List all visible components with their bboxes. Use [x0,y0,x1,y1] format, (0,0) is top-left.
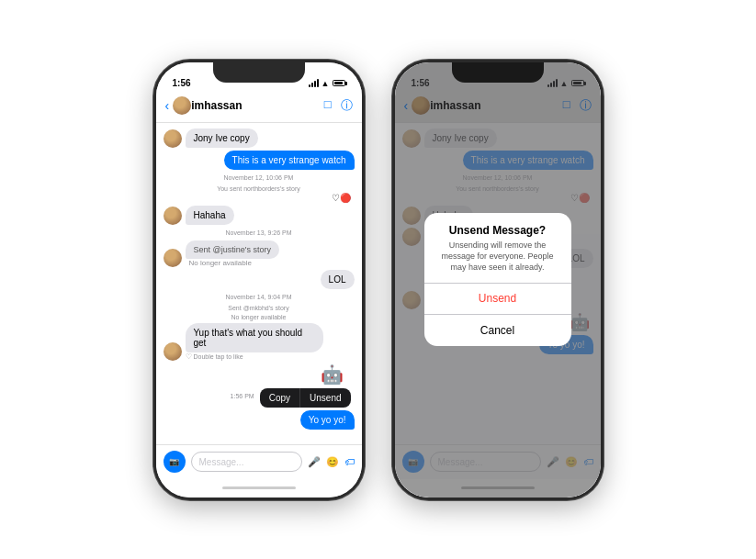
unsend-modal: Unsend Message? Unsending will remove th… [424,213,571,345]
bubble-yoyo: Yo yo yo! [300,410,355,430]
bubble-story-1: Sent @justine's story [186,240,279,259]
lego-emoji: 🤖 [321,363,351,386]
modal-subtitle: Unsending will remove the message for ev… [424,240,571,282]
phone-1: 1:56 ▲ ‹ imhassa [153,60,365,500]
msg-avatar-4 [164,249,182,267]
bubble-received-1: Jony Ive copy [186,129,258,148]
story-sent-1: You sent northborders's story [164,185,355,192]
camera-icon: 📷 [169,457,179,466]
message-row-yoyo: Yo yo yo! [164,410,355,430]
message-input-1[interactable]: Message... [191,452,302,472]
phone-2: 1:56 ▲ ‹ imhassa [392,60,604,500]
reaction-1: ♡🔴 [164,193,351,203]
info-icon[interactable]: ⓘ [341,97,353,114]
sub-text-1: No longer available [189,259,279,267]
timestamp-3: November 14, 9:04 PM [164,294,355,300]
scene: 1:56 ▲ ‹ imhassa [0,0,756,559]
sticker-icon[interactable]: 🏷 [344,456,355,468]
messages-area-1: Jony Ive copy This is a very strange wat… [156,123,362,444]
message-row-yup: Yup that's what you should get ♡ Double … [164,323,355,361]
msg-avatar-3 [164,207,182,225]
wifi-icon: ▲ [322,79,330,88]
double-tap-label: ♡ Double tap to like [186,352,323,361]
no-longer-1: No longer available [164,314,355,320]
context-time: 1:56 PM [231,393,254,399]
bubble-lol: LOL [321,270,355,289]
video-icon[interactable]: □ [324,97,332,114]
back-button-1[interactable]: ‹ [165,98,170,113]
notch-1 [213,62,305,83]
mic-icon[interactable]: 🎤 [308,456,321,468]
msg-avatar-1 [164,129,182,148]
signal-icon [309,79,319,87]
message-row-1: Jony Ive copy [164,129,355,148]
home-indicator-1 [156,479,362,498]
modal-overlay: Unsend Message? Unsending will remove th… [395,62,601,498]
modal-title: Unsend Message? [424,213,571,240]
emoji-icon[interactable]: 😊 [326,456,339,468]
story-row-1: Sent @justine's story No longer availabl… [164,240,355,267]
input-icons-1: 🎤 😊 🏷 [308,456,355,468]
status-time-1: 1:56 [173,78,191,88]
camera-button-1[interactable]: 📷 [164,451,186,473]
msg-avatar-5 [164,342,182,361]
message-row-3: Hahaha [164,206,355,225]
copy-button[interactable]: Copy [260,388,299,408]
username-1: imhassan [191,99,323,112]
bubble-yup: Yup that's what you should get [186,323,323,352]
message-row-lol: LOL [164,270,355,289]
message-row-2: This is a very strange watch [164,151,355,170]
context-menu: Copy Unsend [260,388,351,408]
avatar-1 [173,96,191,115]
phone-2-screen: 1:56 ▲ ‹ imhassa [395,62,601,498]
chat-header-1: ‹ imhassan □ ⓘ [156,90,362,123]
timestamp-2: November 13, 9:26 PM [164,229,355,236]
status-icons-1: ▲ [309,79,345,88]
bubble-hahaha: Hahaha [186,206,234,225]
phone-1-screen: 1:56 ▲ ‹ imhassa [156,62,362,498]
timestamp-1: November 12, 10:06 PM [164,174,355,181]
unsend-button[interactable]: Unsend [299,388,350,408]
story-sent-2: Sent @mkbhd's story [164,305,355,311]
input-placeholder-1: Message... [199,457,244,467]
battery-icon [333,80,345,86]
modal-cancel-button[interactable]: Cancel [424,315,571,346]
input-bar-1: 📷 Message... 🎤 😊 🏷 [156,444,362,479]
modal-unsend-button[interactable]: Unsend [424,283,571,314]
header-icons-1: □ ⓘ [324,97,353,114]
bubble-sent-1: This is a very strange watch [224,151,355,170]
lego-context-row: 🤖 1:56 PM Copy Unsend [164,363,351,408]
